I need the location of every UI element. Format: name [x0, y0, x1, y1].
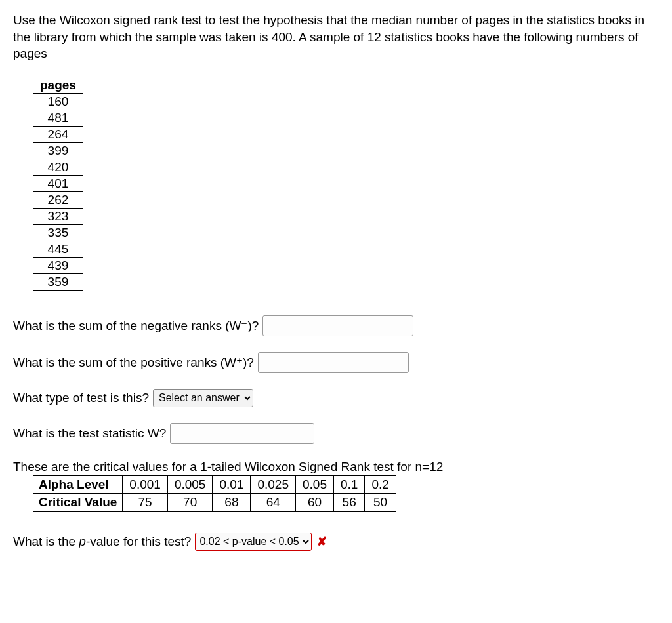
crit-alpha-label: Alpha Level [33, 475, 123, 493]
crit-alpha-cell: 0.001 [123, 475, 168, 493]
crit-alpha-cell: 0.025 [251, 475, 296, 493]
pages-cell: 445 [33, 241, 83, 257]
pages-cell: 359 [33, 273, 83, 290]
pages-cell: 335 [33, 224, 83, 241]
crit-value-cell: 64 [251, 493, 296, 511]
crit-alpha-cell: 0.05 [295, 475, 333, 493]
select-pvalue[interactable]: 0.02 < p-value < 0.05 [195, 533, 312, 551]
q-test-type-label: What type of test is this? [13, 391, 149, 405]
select-test-type[interactable]: Select an answer [153, 389, 253, 407]
pages-cell: 401 [33, 175, 83, 191]
q-negative-ranks-label: What is the sum of the negative ranks (W… [13, 318, 259, 333]
critical-values-table: Alpha Level 0.0010.0050.010.0250.050.10.… [33, 475, 396, 512]
pages-cell: 420 [33, 159, 83, 175]
q-pvalue-label: What is the p-value for this test? [13, 534, 191, 549]
pages-cell: 439 [33, 257, 83, 273]
crit-alpha-cell: 0.2 [365, 475, 396, 493]
pages-cell: 160 [33, 93, 83, 110]
crit-value-cell: 70 [167, 493, 213, 511]
crit-value-cell: 60 [295, 493, 333, 511]
crit-value-label: Critical Value [33, 493, 123, 511]
crit-value-cell: 68 [213, 493, 251, 511]
input-positive-ranks[interactable] [258, 352, 409, 373]
crit-value-cell: 56 [333, 493, 364, 511]
pages-cell: 399 [33, 142, 83, 159]
crit-value-cell: 75 [123, 493, 168, 511]
q-test-statistic-label: What is the test statistic W? [13, 426, 166, 441]
crit-alpha-cell: 0.1 [333, 475, 364, 493]
pages-cell: 481 [33, 110, 83, 126]
pages-cell: 262 [33, 191, 83, 208]
crit-alpha-cell: 0.01 [213, 475, 251, 493]
pages-header: pages [33, 77, 83, 93]
question-intro: Use the Wilcoxon signed rank test to tes… [13, 12, 659, 62]
crit-value-cell: 50 [365, 493, 396, 511]
q-positive-ranks-label: What is the sum of the positive ranks (W… [13, 355, 254, 370]
pages-cell: 264 [33, 126, 83, 142]
crit-alpha-cell: 0.005 [167, 475, 213, 493]
pages-cell: 323 [33, 208, 83, 224]
wrong-icon: ✘ [317, 534, 327, 549]
input-negative-ranks[interactable] [262, 315, 413, 336]
input-test-statistic[interactable] [170, 423, 314, 444]
pages-table: pages 1604812643994204012623233354454393… [33, 77, 83, 291]
critical-values-intro: These are the critical values for a 1-ta… [13, 460, 659, 474]
